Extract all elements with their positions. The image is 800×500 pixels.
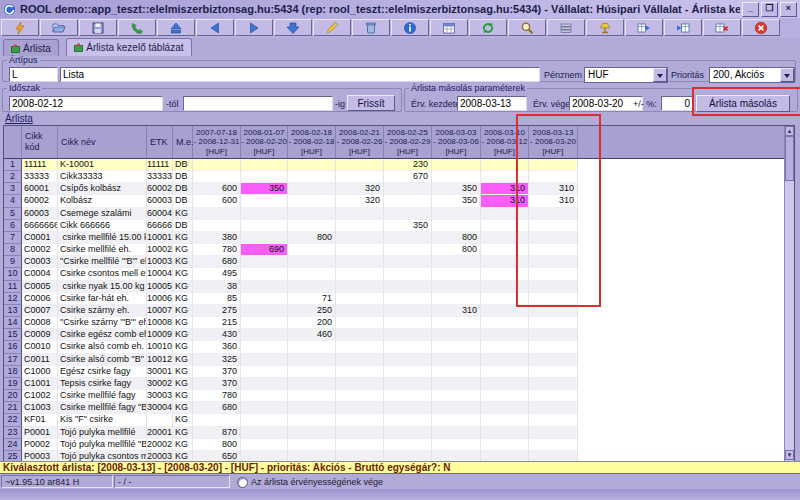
cell[interactable]: C0008 xyxy=(22,317,58,329)
cell[interactable]: C1003 xyxy=(22,402,58,414)
cell[interactable]: KG xyxy=(173,317,193,329)
price-cell[interactable]: 200 xyxy=(288,317,336,329)
price-cell[interactable] xyxy=(481,208,529,220)
price-cell[interactable] xyxy=(481,341,529,353)
cell[interactable]: C0009 xyxy=(22,329,58,341)
flash-button[interactable] xyxy=(1,19,39,36)
calendar-button[interactable] xyxy=(430,19,468,36)
scrollbar-thumb[interactable] xyxy=(785,136,794,181)
price-cell[interactable]: 350 xyxy=(384,220,432,232)
price-cell[interactable]: 680 xyxy=(193,256,241,268)
cell[interactable]: 30003 xyxy=(147,390,173,402)
price-cell[interactable]: 350 xyxy=(432,195,481,207)
table-row[interactable]: 10C0004Csirke csontos mell eh.10004KG495 xyxy=(4,268,578,280)
cell[interactable]: C0010 xyxy=(22,341,58,353)
tab-arlista-kezelo-tablazat[interactable]: Árlista kezelő táblázat xyxy=(66,38,191,56)
cell[interactable]: Egész csirke fagy xyxy=(58,366,147,378)
cell[interactable]: 10012 xyxy=(147,354,173,366)
price-cell[interactable]: 800 xyxy=(193,439,241,451)
cell[interactable]: 60003 xyxy=(147,195,173,207)
price-cell[interactable] xyxy=(432,414,481,426)
price-cell[interactable] xyxy=(336,390,384,402)
price-cell[interactable] xyxy=(241,208,288,220)
price-cell[interactable] xyxy=(241,341,288,353)
table-export-button[interactable] xyxy=(625,19,663,36)
cell[interactable]: 60004 xyxy=(147,208,173,220)
price-cell[interactable] xyxy=(288,208,336,220)
row-number[interactable]: 15 xyxy=(4,329,22,341)
price-cell[interactable]: 38 xyxy=(193,281,241,293)
price-cell[interactable]: 360 xyxy=(193,341,241,353)
cell[interactable]: 10005 xyxy=(147,281,173,293)
cell[interactable]: csirke mellfilé 15.00 kg r eh xyxy=(58,232,147,244)
price-cell[interactable]: 325 xyxy=(193,354,241,366)
cell[interactable]: 20001 xyxy=(147,427,173,439)
last-button[interactable] xyxy=(274,19,312,36)
cell[interactable]: Csirke mellfilé eh. xyxy=(58,244,147,256)
price-cell[interactable] xyxy=(384,378,432,390)
price-cell[interactable]: 380 xyxy=(193,232,241,244)
price-cell[interactable]: 275 xyxy=(193,305,241,317)
price-cell[interactable] xyxy=(384,256,432,268)
price-cell[interactable]: 310 xyxy=(529,183,578,195)
table-row[interactable]: 12C0006Csirke far-hát eh.10006KG8571 xyxy=(4,293,578,305)
price-cell[interactable] xyxy=(432,439,481,451)
percent-input[interactable] xyxy=(661,96,693,111)
price-cell[interactable] xyxy=(529,305,578,317)
cell[interactable]: Csirke mellfilé fagy xyxy=(58,390,147,402)
table-row[interactable]: 14C0008"Csirke szárny '"B"' eh."10008KG2… xyxy=(4,317,578,329)
price-cell[interactable] xyxy=(481,256,529,268)
price-cell[interactable] xyxy=(529,366,578,378)
price-cell[interactable] xyxy=(241,390,288,402)
artipus-name-input[interactable] xyxy=(60,67,540,82)
price-cell[interactable]: 780 xyxy=(193,244,241,256)
price-cell[interactable] xyxy=(432,281,481,293)
price-cell[interactable] xyxy=(432,354,481,366)
price-cell[interactable] xyxy=(529,341,578,353)
row-number[interactable]: 8 xyxy=(4,244,22,256)
row-number[interactable]: 4 xyxy=(4,195,22,207)
price-cell[interactable] xyxy=(241,220,288,232)
price-cell[interactable] xyxy=(336,244,384,256)
price-cell[interactable] xyxy=(241,256,288,268)
price-cell[interactable] xyxy=(241,159,288,171)
cell[interactable]: Csirke far-hát eh. xyxy=(58,293,147,305)
minimize-button[interactable]: _ xyxy=(742,2,759,17)
price-cell[interactable] xyxy=(432,366,481,378)
phone-button[interactable] xyxy=(118,19,156,36)
price-cell[interactable] xyxy=(529,159,578,171)
cell[interactable]: KG xyxy=(173,244,193,256)
cell[interactable]: KG xyxy=(173,414,193,426)
price-cell[interactable] xyxy=(241,293,288,305)
price-cell[interactable] xyxy=(336,354,384,366)
cell[interactable]: KF01 xyxy=(22,414,58,426)
price-cell[interactable] xyxy=(336,402,384,414)
cell[interactable]: K-10001 xyxy=(58,159,147,171)
price-cell[interactable] xyxy=(336,281,384,293)
price-cell[interactable]: 71 xyxy=(288,293,336,305)
price-cell[interactable]: 780 xyxy=(193,390,241,402)
price-cell[interactable] xyxy=(241,268,288,280)
cell[interactable]: 66666 xyxy=(147,220,173,232)
price-cell[interactable] xyxy=(193,159,241,171)
cell[interactable]: 10006 xyxy=(147,293,173,305)
price-cell[interactable]: 800 xyxy=(432,232,481,244)
cell[interactable]: Tepsis csirke fagy xyxy=(58,378,147,390)
cell[interactable]: Csirke alsó comb eh. xyxy=(58,341,147,353)
table-row[interactable]: 15C0009Csirke egész comb eh.10009KG43046… xyxy=(4,329,578,341)
price-cell[interactable] xyxy=(432,220,481,232)
table-row[interactable]: 111111K-1000111111DB230 xyxy=(4,159,578,171)
price-cell[interactable]: 690 xyxy=(241,244,288,256)
price-cell[interactable] xyxy=(432,159,481,171)
cell[interactable]: KG xyxy=(173,208,193,220)
price-cell[interactable] xyxy=(336,317,384,329)
price-cell[interactable] xyxy=(288,341,336,353)
table-row[interactable]: 7C0001 csirke mellfilé 15.00 kg r eh1000… xyxy=(4,232,578,244)
price-cell[interactable] xyxy=(481,366,529,378)
price-cell[interactable] xyxy=(241,195,288,207)
price-cell[interactable] xyxy=(384,439,432,451)
eject-button[interactable] xyxy=(157,19,195,36)
cell[interactable]: KG xyxy=(173,390,193,402)
price-cell[interactable] xyxy=(241,439,288,451)
cell[interactable]: Csirke egész comb eh. xyxy=(58,329,147,341)
